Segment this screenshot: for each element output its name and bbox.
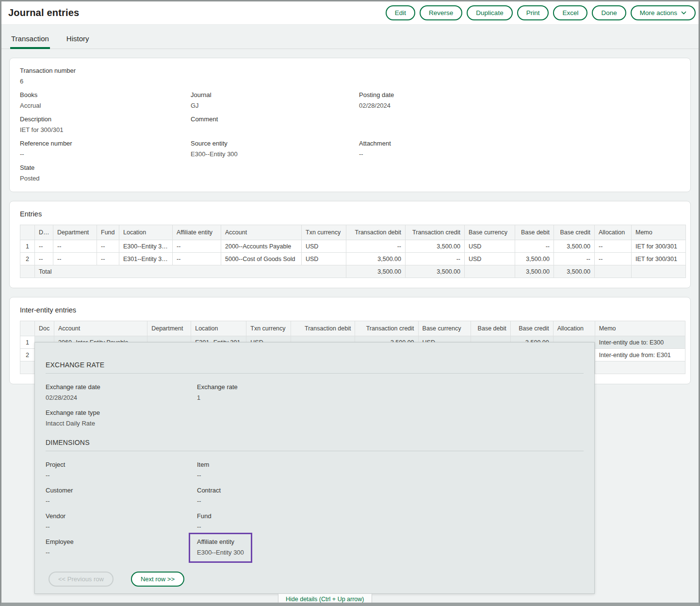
cell-base-credit: 3,500.00 xyxy=(554,240,595,253)
cell-account: 2000--Accounts Payable xyxy=(221,240,302,253)
col-txn-currency: Txn currency xyxy=(246,321,291,336)
field-employee: Employee -- xyxy=(46,538,197,557)
done-button[interactable]: Done xyxy=(592,5,626,20)
cell-total-transaction-credit: 3,500.00 xyxy=(406,265,465,278)
cell-total-transaction-debit: 3,500.00 xyxy=(346,265,406,278)
col-transaction-credit: Transaction credit xyxy=(406,225,465,240)
print-button[interactable]: Print xyxy=(517,5,549,20)
cell-base-currency: USD xyxy=(465,253,515,265)
entries-header-row: Doc Department Fund Location Affiliate e… xyxy=(20,225,686,240)
affiliate-entity-highlight-box: Affiliate entity E300--Entity 300 xyxy=(189,533,252,563)
cell-department: -- xyxy=(53,253,97,265)
more-actions-label: More actions xyxy=(640,9,677,16)
edit-button[interactable]: Edit xyxy=(386,5,415,20)
page-title: Journal entries xyxy=(8,7,79,18)
cell-transaction-credit: 3,500.00 xyxy=(406,240,465,253)
cell-affiliate-entity: -- xyxy=(173,240,221,253)
cell-memo: IET for 300/301 xyxy=(632,240,686,253)
cell-department: -- xyxy=(53,240,97,253)
cell-total-base-debit: 3,500.00 xyxy=(515,265,554,278)
header-actions: Edit Reverse Duplicate Print Excel Done … xyxy=(386,5,696,20)
field-exchange-rate-type: Exchange rate type Intacct Daily Rate xyxy=(46,409,197,427)
more-actions-button[interactable]: More actions xyxy=(631,5,696,20)
field-fund: Fund -- xyxy=(197,512,584,530)
col-base-currency: Base currency xyxy=(418,321,471,336)
field-value: 6 xyxy=(20,78,191,85)
cell-rownum: 2 xyxy=(20,253,35,265)
tab-transaction[interactable]: Transaction xyxy=(10,34,50,49)
cell-doc: -- xyxy=(35,253,53,265)
field-reference-number: Reference number -- xyxy=(20,140,191,158)
entries-title: Entries xyxy=(20,210,680,218)
row-navigation: << Previous row Next row >> xyxy=(49,572,184,587)
journal-entries-page: Journal entries Edit Reverse Duplicate P… xyxy=(0,0,700,606)
next-row-button[interactable]: Next row >> xyxy=(131,572,184,587)
field-contract: Contract -- xyxy=(197,487,584,505)
field-item: Item -- xyxy=(197,461,584,479)
col-memo: Memo xyxy=(595,321,685,336)
cell-rownum: 1 xyxy=(20,336,35,349)
field-label: Transaction number xyxy=(20,67,191,74)
cell-account: 5000--Cost of Goods Sold xyxy=(221,253,302,265)
cell-total-label: Total xyxy=(35,265,346,278)
cell-total-memo xyxy=(595,361,685,374)
cell-transaction-debit: 3,500.00 xyxy=(346,253,406,265)
cell-memo: Inter-entity due to: E300 xyxy=(595,336,685,349)
cell-allocation: -- xyxy=(595,240,632,253)
cell-total-base-credit: 3,500.00 xyxy=(554,265,595,278)
col-memo: Memo xyxy=(632,225,686,240)
cell-rownum xyxy=(20,265,35,278)
col-location: Location xyxy=(191,321,246,336)
col-location: Location xyxy=(119,225,173,240)
col-fund: Fund xyxy=(97,225,119,240)
cell-allocation: -- xyxy=(595,253,632,265)
cell-base-currency: USD xyxy=(465,240,515,253)
tab-history[interactable]: History xyxy=(65,34,90,49)
tab-bar: Transaction History xyxy=(1,25,699,49)
col-allocation: Allocation xyxy=(553,321,595,336)
col-department: Department xyxy=(147,321,191,336)
col-transaction-debit: Transaction debit xyxy=(291,321,355,336)
previous-row-button[interactable]: << Previous row xyxy=(49,572,114,587)
col-rownum xyxy=(20,225,35,240)
row-details-panel: EXCHANGE RATE Exchange rate date 02/28/2… xyxy=(34,342,595,594)
field-exchange-rate: Exchange rate 1 xyxy=(197,383,584,401)
exchange-rate-section-title: EXCHANGE RATE xyxy=(46,361,584,374)
col-transaction-debit: Transaction debit xyxy=(346,225,406,240)
field-books: Books Accrual xyxy=(20,91,191,109)
col-account: Account xyxy=(221,225,302,240)
cell-rownum: 1 xyxy=(20,240,35,253)
entries-row-2[interactable]: 2 -- -- -- E301--Entity 301 -- 5000--Cos… xyxy=(20,253,686,265)
cell-location: E301--Entity 301 xyxy=(119,253,173,265)
field-customer: Customer -- xyxy=(46,487,197,505)
entries-card: Entries Doc Department Fund Location Aff… xyxy=(9,201,691,288)
col-base-debit: Base debit xyxy=(471,321,510,336)
transaction-details-card: Transaction number 6 Books Accrual Journ… xyxy=(9,58,691,192)
reverse-button[interactable]: Reverse xyxy=(420,5,462,20)
cell-memo: Inter-entity due from: E301 xyxy=(595,349,685,361)
excel-button[interactable]: Excel xyxy=(553,5,587,20)
col-base-credit: Base credit xyxy=(510,321,553,336)
cell-total-memo xyxy=(632,265,686,278)
col-department: Department xyxy=(53,225,97,240)
cell-fund: -- xyxy=(97,240,119,253)
hide-details-tab[interactable]: Hide details (Ctrl + Up arrow) xyxy=(278,594,372,605)
col-rownum xyxy=(20,321,35,336)
field-description: Description IET for 300/301 xyxy=(20,115,191,133)
field-source-entity: Source entity E300--Entity 300 xyxy=(191,140,359,158)
field-exchange-rate-date: Exchange rate date 02/28/2024 xyxy=(46,383,197,401)
field-vendor: Vendor -- xyxy=(46,512,197,530)
page-header: Journal entries Edit Reverse Duplicate P… xyxy=(1,1,699,25)
field-state: State Posted xyxy=(20,164,191,182)
entries-row-1[interactable]: 1 -- -- -- E300--Entity 300 -- 2000--Acc… xyxy=(20,240,686,253)
inter-entity-title: Inter-entity entries xyxy=(20,306,680,314)
col-account: Account xyxy=(54,321,147,336)
duplicate-button[interactable]: Duplicate xyxy=(467,5,512,20)
inter-entity-header-row: Doc Account Department Location Txn curr… xyxy=(20,321,685,336)
cell-total-allocation xyxy=(595,265,632,278)
field-journal: Journal GJ xyxy=(191,91,359,109)
col-allocation: Allocation xyxy=(595,225,632,240)
cell-total-base-currency xyxy=(465,265,515,278)
field-project: Project -- xyxy=(46,461,197,479)
field-affiliate-entity: Affiliate entity E300--Entity 300 xyxy=(197,538,244,556)
